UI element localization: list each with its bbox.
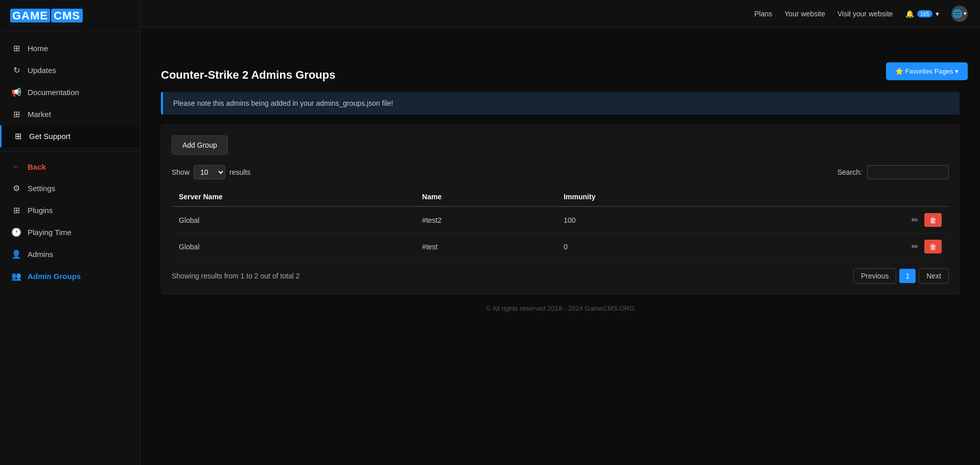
sidebar-item-home-label: Home: [28, 44, 48, 53]
col-immunity: Immunity: [556, 188, 750, 206]
sidebar-nav: ⊞ Home ↻ Updates 📢 Documentation ⊞ Marke…: [0, 32, 140, 465]
sidebar-item-documentation[interactable]: 📢 Documentation: [0, 81, 140, 103]
sidebar-item-back-label: Back: [28, 162, 46, 171]
search-area: Search:: [837, 165, 949, 179]
bell-chevron-icon: ▾: [936, 10, 939, 18]
settings-icon: ⚙: [11, 183, 21, 193]
updates-icon: ↻: [11, 65, 21, 75]
playing-time-icon: 🕐: [11, 227, 21, 237]
logo-highlight: CMS: [51, 9, 83, 22]
avatar[interactable]: 🌐 ▾: [951, 6, 968, 22]
back-icon: ←: [11, 162, 21, 171]
nav-visit-website[interactable]: Visit your website: [837, 10, 893, 18]
cell-server-name: Global: [172, 206, 415, 234]
show-results-control: Show 10 25 50 100 results: [172, 165, 250, 179]
sidebar-item-plugins[interactable]: ⊞ Plugins: [0, 199, 140, 221]
add-group-button[interactable]: Add Group: [172, 135, 228, 155]
nav-plans[interactable]: Plans: [754, 10, 772, 18]
table-header-row: Server Name Name Immunity: [172, 188, 949, 206]
documentation-icon: 📢: [11, 87, 21, 97]
favorites-pages-button[interactable]: ⭐ Favorites Pages ▾: [886, 62, 968, 80]
main-content: Plans Your website Visit your website 🔔 …: [141, 0, 980, 465]
get-support-icon: ⊞: [13, 131, 23, 141]
sidebar-item-settings-label: Settings: [28, 184, 55, 193]
table-head: Server Name Name Immunity: [172, 188, 949, 206]
info-banner: Please note this admins being added in y…: [161, 92, 960, 114]
col-name: Name: [415, 188, 556, 206]
home-icon: ⊞: [11, 43, 21, 53]
sidebar-item-settings[interactable]: ⚙ Settings: [0, 177, 140, 199]
page-title: Counter-Strike 2 Admins Groups: [161, 68, 960, 82]
bell-badge: 165: [917, 10, 932, 17]
search-input[interactable]: [867, 165, 949, 179]
sidebar-item-get-support-label: Get Support: [29, 132, 71, 141]
results-label: results: [229, 168, 250, 176]
cell-name: #test: [415, 234, 556, 260]
edit-button[interactable]: ✏: [908, 213, 921, 227]
logo-prefix: GAME: [10, 9, 50, 22]
admins-icon: 👤: [11, 249, 21, 259]
cell-server-name: Global: [172, 234, 415, 260]
cell-immunity: 0: [556, 234, 750, 260]
nav-your-website[interactable]: Your website: [784, 10, 825, 18]
previous-button[interactable]: Previous: [853, 268, 896, 284]
pagination-controls: Previous 1 Next: [853, 268, 949, 284]
info-banner-text: Please note this admins being added in y…: [173, 99, 393, 107]
col-server-name: Server Name: [172, 188, 415, 206]
delete-button[interactable]: 🗑: [924, 240, 942, 253]
sidebar: GAMECMS ⊞ Home ↻ Updates 📢 Documentation…: [0, 0, 141, 465]
bell-icon: 🔔: [905, 10, 914, 18]
sidebar-item-admin-groups-label: Admin Groups: [28, 272, 81, 281]
sidebar-item-market-label: Market: [28, 110, 51, 119]
sidebar-item-back[interactable]: ← Back: [0, 156, 140, 177]
plugins-icon: ⊞: [11, 205, 21, 215]
sidebar-item-playing-time-label: Playing Time: [28, 228, 72, 237]
delete-button[interactable]: 🗑: [924, 213, 942, 227]
cell-name: #test2: [415, 206, 556, 234]
cell-actions: ✏ 🗑: [750, 234, 949, 260]
main-card: Add Group Show 10 25 50 100 results Sear…: [161, 125, 960, 294]
content-area: ⭐ Favorites Pages ▾ Counter-Strike 2 Adm…: [141, 28, 980, 465]
sidebar-item-market[interactable]: ⊞ Market: [0, 103, 140, 125]
next-button[interactable]: Next: [919, 268, 949, 284]
table-row: Global #test 0 ✏ 🗑: [172, 234, 949, 260]
sidebar-item-get-support[interactable]: ⊞ Get Support: [0, 125, 140, 147]
cell-actions: ✏ 🗑: [750, 206, 949, 234]
admin-groups-icon: 👥: [11, 271, 21, 281]
search-label: Search:: [837, 168, 862, 176]
sidebar-item-updates-label: Updates: [28, 66, 56, 75]
sidebar-item-playing-time[interactable]: 🕐 Playing Time: [0, 221, 140, 243]
data-table: Server Name Name Immunity Global #test2 …: [172, 188, 949, 260]
table-controls: Show 10 25 50 100 results Search:: [172, 165, 949, 179]
avatar-chevron-icon: ▾: [964, 10, 967, 17]
table-body: Global #test2 100 ✏ 🗑 Global #test 0 ✏ 🗑: [172, 206, 949, 260]
sidebar-item-plugins-label: Plugins: [28, 206, 53, 215]
edit-button[interactable]: ✏: [908, 240, 921, 253]
top-nav: Plans Your website Visit your website 🔔 …: [141, 0, 980, 28]
sidebar-item-admin-groups[interactable]: 👥 Admin Groups: [0, 265, 140, 287]
show-select[interactable]: 10 25 50 100: [194, 165, 225, 179]
col-actions: [750, 188, 949, 206]
footer-text: © All rights reserved 2018 - 2024 GameCM…: [486, 305, 635, 312]
sidebar-item-home[interactable]: ⊞ Home: [0, 37, 140, 59]
pagination-area: Showing results from 1 to 2 out of total…: [172, 268, 949, 284]
show-label: Show: [172, 168, 190, 176]
market-icon: ⊞: [11, 109, 21, 119]
cell-immunity: 100: [556, 206, 750, 234]
page-number-1[interactable]: 1: [899, 269, 916, 283]
logo: GAMECMS: [0, 0, 140, 32]
avatar-icon: 🌐: [952, 9, 963, 18]
footer: © All rights reserved 2018 - 2024 GameCM…: [161, 294, 960, 322]
sidebar-item-admins[interactable]: 👤 Admins: [0, 243, 140, 265]
sidebar-item-updates[interactable]: ↻ Updates: [0, 59, 140, 81]
sidebar-item-admins-label: Admins: [28, 250, 53, 259]
sidebar-item-documentation-label: Documentation: [28, 88, 79, 97]
sidebar-divider: [0, 151, 140, 152]
showing-text: Showing results from 1 to 2 out of total…: [172, 272, 300, 280]
notification-bell[interactable]: 🔔 165 ▾: [905, 10, 939, 18]
table-row: Global #test2 100 ✏ 🗑: [172, 206, 949, 234]
